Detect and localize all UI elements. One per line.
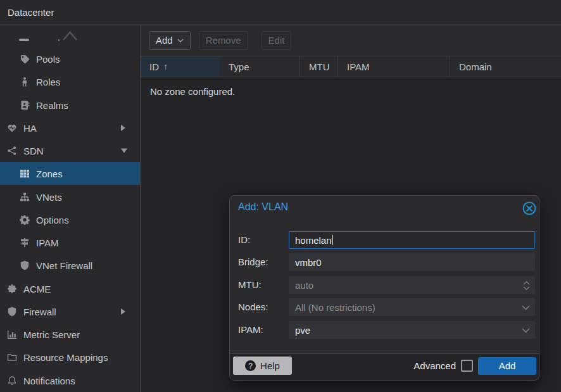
sidebar-item-notifications[interactable]: Notifications: [0, 369, 140, 392]
sidebar-item-label: HA: [23, 123, 37, 134]
sidebar-item-label: VNet Firewall: [36, 260, 92, 271]
dialog-footer: ? Help Advanced Add: [230, 353, 539, 381]
expand-arrow-icon[interactable]: [121, 308, 125, 315]
sort-asc-icon: ↑: [163, 61, 168, 72]
sidebar-item-roles[interactable]: Roles: [0, 70, 140, 93]
bridge-input[interactable]: vmbr0: [289, 253, 535, 271]
heartbeat-icon: [6, 123, 18, 133]
remove-button[interactable]: Remove: [199, 31, 248, 50]
sidebar-item-label: SDN: [23, 146, 44, 156]
sidebar-item-label: Zones: [36, 168, 63, 179]
advanced-checkbox[interactable]: [461, 360, 473, 372]
sitemap-icon: [19, 192, 30, 202]
dropdown-chevron-icon[interactable]: [522, 322, 530, 339]
mtu-label: MTU:: [238, 276, 289, 294]
folder-icon: [6, 352, 18, 362]
clipped-item-icon: [19, 39, 29, 41]
grid-icon: [19, 168, 30, 179]
field-row-ipam: IPAM: pve: [238, 321, 535, 339]
nodes-label: Nodes:: [238, 298, 289, 316]
collapse-arrow-icon[interactable]: [121, 149, 127, 153]
field-row-bridge: Bridge: vmbr0: [238, 253, 535, 271]
column-header-mtu[interactable]: MTU: [299, 56, 337, 77]
id-label: ID:: [238, 231, 289, 249]
proxmox-datacenter-page: Datacenter Pools Roles Realms HA: [0, 0, 561, 392]
shield-icon: [6, 307, 18, 317]
field-row-mtu: MTU: auto: [238, 276, 535, 294]
sidebar-item-label: Roles: [36, 77, 60, 87]
sidebar-item-label: Pools: [36, 54, 60, 65]
close-icon[interactable]: [522, 201, 537, 216]
sidebar-item-label: Notifications: [23, 376, 75, 386]
sidebar-item-options[interactable]: Options: [0, 208, 140, 231]
page-title: Datacenter: [8, 7, 54, 18]
sidebar-item-realms[interactable]: Realms: [0, 94, 140, 117]
sidebar-item-sdn[interactable]: SDN: [0, 139, 140, 162]
sidebar-item-label: Options: [36, 215, 69, 225]
bar-chart-icon: [6, 329, 18, 339]
chevron-up-icon: [62, 30, 78, 41]
column-header-type[interactable]: Type: [220, 56, 299, 77]
sidebar-item-ha[interactable]: HA: [0, 117, 140, 139]
sidebar-item-resource-mappings[interactable]: Resource Mappings: [0, 346, 140, 369]
column-header-domain[interactable]: Domain: [450, 56, 561, 77]
dialog-title: Add: VLAN: [238, 201, 288, 213]
field-row-id: ID: homelan: [238, 231, 535, 249]
expand-arrow-icon[interactable]: [121, 125, 125, 131]
sidebar-item-ipam[interactable]: IPAM: [0, 231, 140, 254]
zones-toolbar: Add Remove Edit: [141, 25, 561, 56]
advanced-label: Advanced: [413, 360, 456, 371]
top-header-bar: Datacenter: [0, 0, 561, 25]
sidebar-item-label: Realms: [36, 100, 68, 111]
map-signs-icon: [19, 237, 30, 248]
column-header-ipam[interactable]: IPAM: [337, 56, 450, 77]
sidebar-item-label: IPAM: [36, 237, 59, 248]
sidebar-item-vnet-firewall[interactable]: VNet Firewall: [0, 254, 140, 277]
sidebar-item-label: ACME: [23, 284, 51, 294]
bell-icon: [6, 376, 18, 386]
mtu-spinner[interactable]: auto: [289, 276, 535, 294]
sidebar-item-label: Resource Mappings: [23, 352, 108, 363]
dialog-add-button[interactable]: Add: [478, 357, 536, 375]
sidebar-item-pools[interactable]: Pools: [0, 47, 140, 70]
add-vlan-dialog: Add: VLAN ID: homelan Bridge: vmbr0 MTU:…: [229, 195, 539, 381]
zones-table-header: ID ↑ Type MTU IPAM Domain: [141, 56, 561, 77]
sidebar-item-label: Metric Server: [23, 329, 80, 340]
gear-icon: [19, 215, 30, 225]
bridge-label: Bridge:: [238, 253, 289, 271]
sidebar-item-label: Firewall: [23, 307, 56, 317]
user-icon: [19, 77, 30, 87]
address-book-icon: [19, 100, 30, 110]
tag-icon: [19, 54, 30, 64]
text-cursor: [332, 235, 334, 245]
ipam-combobox[interactable]: pve: [289, 321, 535, 339]
sidebar-item-firewall[interactable]: Firewall: [0, 300, 140, 323]
sidebar-item-acme[interactable]: ACME: [0, 277, 140, 300]
sidebar-item-metric-server[interactable]: Metric Server: [0, 323, 140, 346]
sidebar-item-vnets[interactable]: VNets: [0, 186, 140, 208]
edit-button[interactable]: Edit: [262, 31, 292, 50]
network-nodes-icon: [6, 146, 18, 156]
spinner-up-down-icon[interactable]: [523, 277, 530, 294]
question-circle-icon: ?: [245, 360, 256, 371]
field-row-nodes: Nodes: All (No restrictions): [238, 298, 535, 316]
certificate-icon: [6, 284, 18, 294]
dropdown-chevron-icon[interactable]: [522, 299, 530, 317]
add-button[interactable]: Add: [149, 31, 191, 50]
sidebar-item-zones[interactable]: Zones: [0, 162, 140, 185]
empty-table-message: No zone configured.: [150, 86, 235, 97]
nodes-combobox[interactable]: All (No restrictions): [289, 298, 535, 316]
sidebar-item-label: VNets: [36, 192, 62, 203]
ipam-label: IPAM:: [238, 321, 289, 339]
chevron-down-icon: [177, 39, 184, 42]
help-button[interactable]: ? Help: [233, 357, 292, 375]
sidebar-tree: Pools Roles Realms HA SDN: [0, 25, 141, 392]
shield-icon: [19, 260, 30, 270]
id-input[interactable]: homelan: [289, 231, 535, 249]
column-header-id[interactable]: ID ↑: [141, 56, 220, 77]
